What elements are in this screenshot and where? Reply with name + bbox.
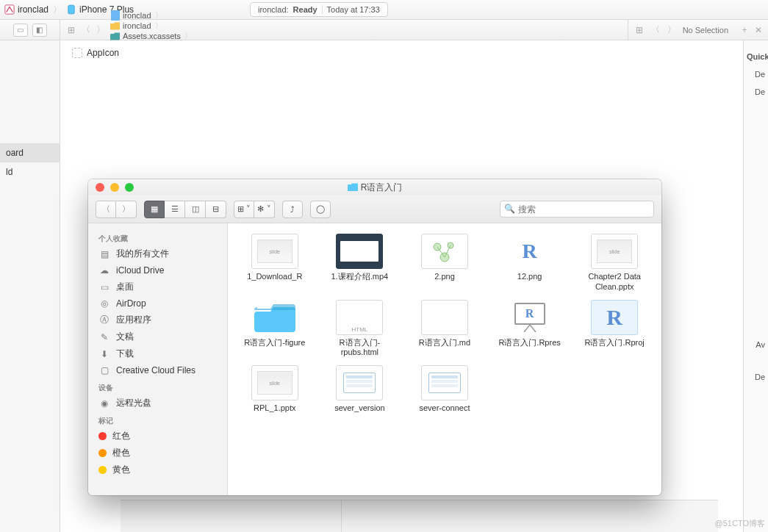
- chevron-right-icon: 〉: [184, 31, 192, 41]
- sidebar-item[interactable]: ⬇︎下载: [88, 345, 227, 362]
- sidebar-item[interactable]: ▢Creative Cloud Files: [88, 362, 227, 378]
- editor-jump-bar: ▭ ◧ ⊞ 〈 〉 ironclad〉ironclad〉Assets.xcass…: [0, 20, 768, 40]
- finder-sidebar[interactable]: 个人收藏▤我的所有文件☁︎iCloud Drive▭桌面◎AirDropⒶ应用程…: [88, 223, 228, 495]
- airdrop-icon: ◎: [98, 298, 110, 309]
- add-icon[interactable]: ＋: [740, 24, 749, 36]
- nav-item-oard[interactable]: oard: [0, 143, 60, 162]
- search-input[interactable]: [500, 201, 654, 218]
- sidebar-item[interactable]: ▤我的所有文件: [88, 245, 227, 262]
- chevron-right-icon: 〉: [53, 4, 62, 16]
- sidebar-item[interactable]: ▭桌面: [88, 278, 227, 295]
- grid-icon[interactable]: ⊞: [66, 25, 76, 35]
- panel-button-1[interactable]: ▭: [13, 24, 28, 37]
- nav-back-icon[interactable]: 〈: [81, 24, 91, 36]
- file-name-label: Chapter2 Data Clean.pptx: [576, 272, 653, 292]
- close-window-icon[interactable]: [96, 183, 104, 192]
- file-item[interactable]: R12.png: [490, 234, 570, 292]
- search-icon: 🔍: [504, 204, 515, 214]
- view-mode-segment[interactable]: ▦ ☰ ◫ ⊟: [144, 201, 226, 218]
- sidebar-item[interactable]: 黄色: [88, 461, 227, 478]
- apps-icon: Ⓐ: [98, 314, 110, 326]
- folder-icon: ▢: [98, 364, 110, 376]
- finder-content[interactable]: slide1_Download_R1.课程介绍.mp42.pngR12.pngs…: [228, 223, 661, 495]
- search-field[interactable]: 🔍: [500, 201, 654, 218]
- scheme-label: ironclad: [18, 4, 49, 15]
- file-name-label: R语言入门.md: [419, 338, 470, 348]
- inspector-row: De: [744, 83, 768, 101]
- sidebar-item[interactable]: 橙色: [88, 445, 227, 461]
- breadcrumb-item[interactable]: ironclad〉: [110, 21, 195, 31]
- nav-item-ld[interactable]: ld: [0, 162, 60, 181]
- inspector-header: Quick H: [744, 48, 768, 65]
- icon-view-button[interactable]: ▦: [144, 201, 165, 218]
- sidebar-item[interactable]: ☁︎iCloud Drive: [88, 262, 227, 278]
- file-item[interactable]: slideRPL_1.pptx: [235, 365, 315, 414]
- file-item[interactable]: sever_version: [320, 365, 400, 414]
- status-state: Ready: [293, 5, 317, 14]
- file-name-label: 2.png: [434, 272, 455, 282]
- nav-fwd-icon[interactable]: 〉: [96, 24, 106, 36]
- tag-dot-icon: [98, 432, 107, 440]
- sidebar-item[interactable]: 红色: [88, 428, 227, 445]
- crumb-icon: [110, 10, 121, 21]
- r-app-icon: R: [506, 234, 553, 269]
- file-item[interactable]: R语言入门-figure: [235, 300, 315, 359]
- appicon-placeholder-icon: [72, 48, 82, 58]
- column-view-button[interactable]: ◫: [185, 201, 206, 218]
- app-icon: [4, 4, 15, 15]
- panel-button-2[interactable]: ◧: [32, 24, 47, 37]
- coverflow-view-button[interactable]: ⊟: [206, 201, 226, 218]
- sidebar-item[interactable]: ◉远程光盘: [88, 395, 227, 411]
- file-item[interactable]: RR语言入门.Rproj: [575, 300, 654, 359]
- finder-title-label: R语言入门: [361, 181, 403, 194]
- file-name-label: 1.课程介绍.mp4: [331, 272, 389, 282]
- crumb-icon: [110, 31, 121, 41]
- file-item[interactable]: HTMLR语言入门-rpubs.html: [320, 300, 400, 359]
- sidebar-item[interactable]: ◎AirDrop: [88, 295, 227, 312]
- inspector-row: De: [744, 368, 768, 386]
- file-name-label: sever-connect: [419, 403, 470, 414]
- sidebar-item[interactable]: ✎文稿: [88, 328, 227, 345]
- screenshot-thumb: [336, 365, 383, 400]
- device-icon: [66, 4, 76, 15]
- file-item[interactable]: R语言入门.md: [405, 300, 484, 359]
- navigator-panel[interactable]: oard ld: [0, 40, 60, 532]
- crumb-icon: [110, 21, 121, 31]
- file-name-label: R语言入门-rpubs.html: [321, 338, 398, 359]
- file-item[interactable]: 1.课程介绍.mp4: [320, 234, 400, 292]
- nav-back-icon-2[interactable]: 〈: [650, 24, 661, 36]
- file-item[interactable]: 2.png: [405, 234, 484, 292]
- window-controls[interactable]: [96, 183, 134, 192]
- asset-item-appicon[interactable]: AppIcon: [72, 48, 119, 58]
- file-item[interactable]: sever-connect: [405, 365, 484, 414]
- list-view-button[interactable]: ☰: [165, 201, 185, 218]
- back-button[interactable]: 〈: [96, 201, 116, 218]
- file-item[interactable]: slide1_Download_R: [235, 234, 315, 292]
- sidebar-item[interactable]: Ⓐ应用程序: [88, 312, 227, 328]
- folder-icon: [251, 300, 298, 335]
- sidebar-section-header: 标记: [88, 411, 227, 428]
- close-icon[interactable]: ✕: [755, 25, 762, 35]
- breadcrumb-item[interactable]: ironclad〉: [110, 10, 195, 21]
- finder-titlebar[interactable]: R语言入门: [88, 179, 661, 195]
- file-item[interactable]: RR语言入门.Rpres: [490, 300, 570, 359]
- breadcrumb[interactable]: ⊞ 〈 〉 ironclad〉ironclad〉Assets.xcassets〉…: [60, 20, 628, 40]
- video-thumb: [336, 234, 383, 269]
- share-button[interactable]: ⤴: [282, 201, 303, 218]
- nav-fwd-icon-2[interactable]: 〉: [667, 24, 677, 36]
- minimize-window-icon[interactable]: [110, 183, 119, 192]
- tags-button[interactable]: ◯: [310, 201, 331, 218]
- breadcrumb-item[interactable]: Assets.xcassets〉: [110, 31, 195, 41]
- svg-rect-2: [111, 10, 120, 21]
- docs-icon: ✎: [98, 331, 110, 343]
- left-slot: ▭ ◧: [0, 20, 60, 40]
- rproj-icon: R: [591, 300, 638, 335]
- arrange-button[interactable]: ⊞ ˅: [234, 201, 254, 218]
- inspector-panel: Quick H De De Av De: [743, 40, 768, 532]
- zoom-window-icon[interactable]: [125, 183, 134, 192]
- arrange-group: ⊞ ˅ ✻ ˅: [234, 201, 275, 218]
- action-button[interactable]: ✻ ˅: [254, 201, 275, 218]
- grid-icon-2[interactable]: ⊞: [634, 25, 645, 35]
- file-item[interactable]: slideChapter2 Data Clean.pptx: [575, 234, 654, 292]
- forward-button[interactable]: 〉: [116, 201, 137, 218]
